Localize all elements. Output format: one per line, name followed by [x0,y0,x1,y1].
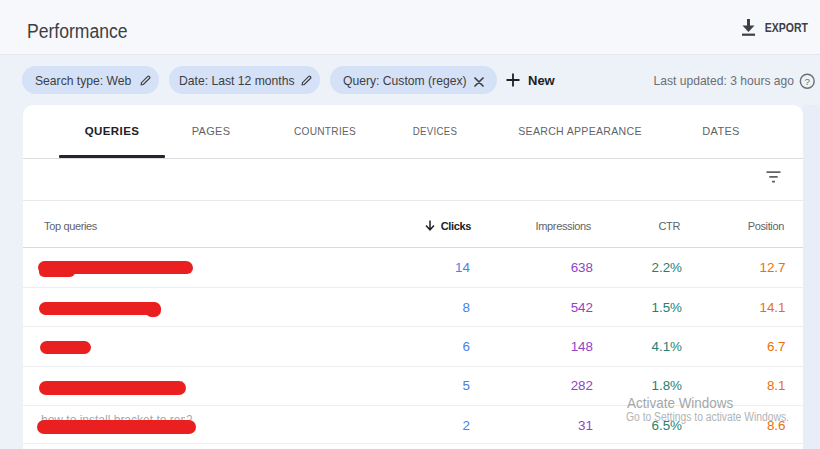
svg-text:?: ? [805,76,811,87]
